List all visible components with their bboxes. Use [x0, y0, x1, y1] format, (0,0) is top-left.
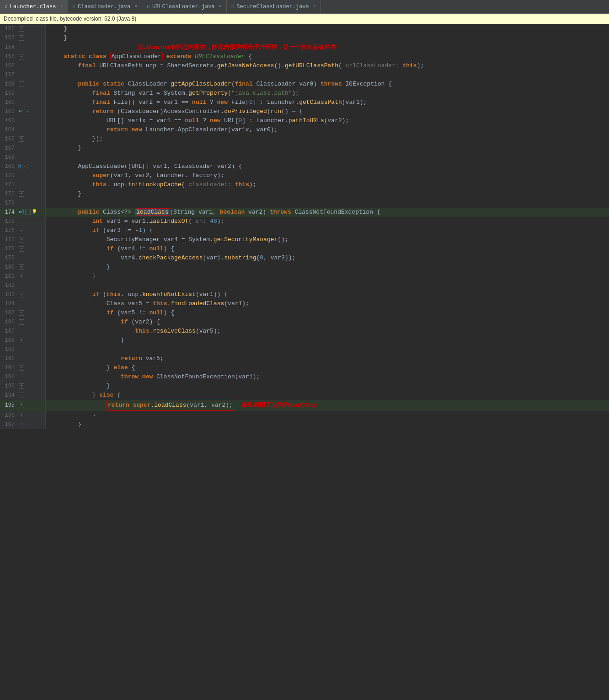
table-row: 195 + return super.loadClass(var1, var2)… — [0, 400, 609, 411]
tab-label: SecureClassLoader.java — [236, 4, 309, 10]
table-row: 175 int var3 = var1.lastIndexOf( ch: 46)… — [0, 217, 609, 226]
table-row: 197 + } — [0, 420, 609, 429]
table-row: 176 − if (var3 != -1) { — [0, 226, 609, 235]
table-row: 189 — [0, 345, 609, 354]
annotation-icon: @ — [18, 162, 21, 171]
tab-secureclassloader-java[interactable]: c SecureClassLoader.java × — [227, 0, 321, 13]
table-row: 161 ●↑ − return (ClassLoader)AccessContr… — [0, 107, 609, 116]
fold-button[interactable]: − — [19, 310, 24, 316]
table-row: 163 URL[] var1x = var1 == null ? new URL… — [0, 116, 609, 125]
table-row: 193 + } — [0, 382, 609, 391]
table-row: 174 ● @ − 💡 public Class<?> loadClass(St… — [0, 208, 609, 217]
class-file-icon: c — [5, 4, 8, 10]
fold-button[interactable]: − — [19, 35, 24, 41]
table-row: 171 this. ucp.initLookupCache( classLoad… — [0, 180, 609, 189]
table-row: 186 − if (var2) { — [0, 318, 609, 327]
tab-urlclassloader-java[interactable]: c URLClassLoader.java × — [142, 0, 226, 13]
table-row: 190 return var5; — [0, 354, 609, 363]
fold-button[interactable]: + — [19, 136, 24, 142]
table-row: 157 — [0, 70, 609, 80]
table-row: 159 final String var1 = System.getProper… — [0, 89, 609, 98]
fold-button[interactable]: − — [25, 210, 31, 215]
fold-button[interactable]: + — [19, 383, 24, 389]
table-row: 191 − } else { — [0, 363, 609, 372]
java-file-icon: c — [147, 4, 150, 10]
java-file-icon: c — [231, 4, 235, 10]
fold-button[interactable]: − — [22, 164, 27, 169]
info-bar: Decompiled .class file, bytecode version… — [0, 14, 609, 24]
fold-button[interactable]: + — [19, 191, 24, 197]
table-row: 170 super(var1, var2, Launcher. factory)… — [0, 171, 609, 180]
table-row: 188 + } — [0, 336, 609, 345]
fold-button[interactable]: − — [19, 292, 24, 297]
table-row: 169 @ − AppClassLoader(URL[] var1, Class… — [0, 162, 609, 171]
table-row: 156 final URLClassPath ucp = SharedSecre… — [0, 61, 609, 70]
tab-classloader-java[interactable]: c ClassLoader.java × — [68, 0, 142, 13]
table-row: 172 + } — [0, 189, 609, 199]
breakpoint-icon: ●↑ — [18, 107, 24, 116]
table-row: 158 − public static ClassLoader getAppCl… — [0, 80, 609, 89]
table-row: 155 − static class AppClassLoader extend… — [0, 52, 609, 61]
table-row: 167 } — [0, 144, 609, 153]
tab-label: URLClassLoader.java — [152, 4, 215, 10]
fold-button[interactable]: − — [19, 237, 24, 242]
annotation-icon: @ — [21, 208, 24, 217]
java-file-icon: c — [72, 4, 75, 10]
warning-icon: 💡 — [32, 208, 37, 217]
close-icon[interactable]: × — [219, 4, 222, 9]
table-row: 152 − } — [0, 24, 609, 33]
close-icon[interactable]: × — [134, 4, 137, 9]
close-icon[interactable]: × — [313, 4, 316, 9]
table-row: 179 var4.checkPackageAccess(var1.substri… — [0, 253, 609, 263]
table-row: 192 throw new ClassNotFoundException(var… — [0, 372, 609, 382]
table-row: 196 + } — [0, 411, 609, 420]
table-row: 168 — [0, 153, 609, 162]
fold-button[interactable]: − — [19, 228, 24, 233]
fold-button[interactable]: + — [19, 413, 24, 418]
fold-button[interactable]: − — [19, 246, 24, 252]
fold-button[interactable]: + — [19, 264, 24, 270]
fold-button[interactable]: − — [19, 26, 24, 32]
code-area: 152 − } 153 − } 154 是Launcher的静态内部类，静态内部… — [0, 24, 609, 429]
tab-label: Launcher.class — [10, 4, 56, 10]
table-row: 177 − SecurityManager var4 = System.getS… — [0, 235, 609, 244]
table-row: 187 this.resolveClass(var5); — [0, 327, 609, 336]
table-row: 164 return new Launcher.AppClassLoader(v… — [0, 125, 609, 135]
table-row: 182 — [0, 281, 609, 290]
table-row: 185 − if (var5 != null) { — [0, 308, 609, 318]
fold-button[interactable]: + — [19, 422, 24, 427]
fold-button[interactable]: − — [19, 81, 24, 87]
fold-button[interactable]: − — [19, 365, 24, 371]
table-row: 153 − } — [0, 33, 609, 43]
fold-button[interactable]: − — [19, 54, 24, 59]
table-row: 183 − if (this. ucp.knownToNotExist(var1… — [0, 290, 609, 299]
fold-button[interactable]: − — [19, 393, 24, 398]
table-row: 178 − if (var4 != null) { — [0, 244, 609, 253]
fold-button[interactable]: + — [19, 338, 24, 343]
table-row: 165 + }); — [0, 135, 609, 144]
table-row: 194 − } else { — [0, 391, 609, 400]
table-row: 184 Class var5 = this.findLoadedClass(va… — [0, 299, 609, 308]
fold-button[interactable]: − — [25, 109, 30, 114]
tab-launcher-class[interactable]: c Launcher.class × — [0, 0, 68, 13]
table-row: 154 是Launcher的静态内部类，静态内部类相当于外部类，是一个独立存在的… — [0, 43, 609, 52]
close-icon[interactable]: × — [60, 4, 63, 9]
fold-button[interactable]: + — [19, 403, 24, 408]
annotation-154: 是Launcher的静态内部类，静态内部类相当于外部类，是一个独立存在的类 — [137, 43, 337, 50]
tab-label: ClassLoader.java — [78, 4, 130, 10]
annotation-195: 最终调用了父类的loadClass — [241, 401, 317, 408]
fold-button[interactable]: − — [19, 319, 24, 325]
fold-button[interactable]: + — [19, 274, 24, 279]
table-row: 181 + } — [0, 272, 609, 281]
breakpoint-icon: ● — [18, 208, 21, 217]
table-row: 180 + } — [0, 263, 609, 272]
table-row: 160 final File[] var2 = var1 == null ? n… — [0, 98, 609, 107]
tab-bar: c Launcher.class × c ClassLoader.java × … — [0, 0, 609, 14]
table-row: 173 — [0, 199, 609, 208]
